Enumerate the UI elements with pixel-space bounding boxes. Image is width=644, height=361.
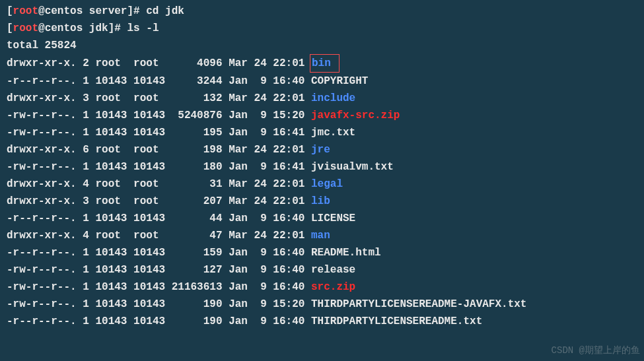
group: 10143: [133, 213, 165, 224]
owner: 10143: [95, 127, 127, 139]
bracket-close: ]#: [108, 22, 127, 34]
group: root: [133, 57, 165, 69]
links: 1: [83, 75, 89, 87]
file-name: include: [311, 92, 355, 104]
group: 10143: [133, 127, 165, 139]
group: root: [133, 144, 165, 156]
day: 9: [254, 161, 267, 173]
owner: root: [95, 92, 127, 104]
month: Jan: [229, 110, 248, 121]
perms: -r--r--r--.: [7, 75, 77, 87]
size: 190: [172, 315, 223, 327]
links: 1: [83, 110, 89, 121]
group: 10143: [133, 315, 165, 327]
file-row: drwxr-xr-x. 4 root root 31 Mar 24 22:01 …: [7, 176, 637, 193]
month: Mar: [229, 92, 248, 104]
size: 180: [172, 161, 223, 173]
at: @: [38, 5, 45, 17]
links: 3: [83, 195, 89, 207]
month: Jan: [229, 247, 248, 259]
size: 4096: [172, 57, 223, 69]
owner: 10143: [95, 75, 127, 87]
size: 44: [172, 213, 223, 224]
terminal-output[interactable]: [root@centos server]# cd jdk[root@centos…: [7, 3, 637, 330]
time: 22:01: [273, 195, 304, 207]
perms: -r--r--r--.: [7, 213, 77, 224]
month: Jan: [229, 298, 248, 310]
month: Jan: [229, 213, 248, 224]
group: root: [133, 92, 165, 104]
month: Mar: [229, 195, 248, 207]
file-row: -rw-r--r--. 1 10143 10143 21163613 Jan 9…: [7, 279, 637, 296]
size: 47: [172, 230, 223, 242]
size: 5240876: [172, 110, 223, 121]
group: 10143: [133, 161, 165, 173]
owner: root: [95, 144, 127, 156]
owner: 10143: [95, 247, 127, 259]
day: 9: [254, 247, 267, 259]
links: 3: [83, 92, 89, 104]
links: 1: [83, 281, 89, 293]
day: 9: [254, 127, 267, 139]
host: centos: [45, 22, 83, 34]
file-row: -r--r--r--. 1 10143 10143 190 Jan 9 16:4…: [7, 313, 637, 330]
day: 9: [254, 298, 267, 310]
file-row: -rw-r--r--. 1 10143 10143 5240876 Jan 9 …: [7, 107, 637, 124]
perms: -rw-r--r--.: [7, 110, 77, 121]
day: 9: [254, 264, 267, 276]
time: 22:01: [273, 178, 304, 190]
perms: drwxr-xr-x.: [7, 144, 77, 156]
day: 24: [254, 57, 267, 69]
owner: 10143: [95, 315, 127, 327]
links: 1: [83, 247, 89, 259]
size: 195: [172, 127, 223, 139]
file-name: javafx-src.zip: [311, 110, 400, 121]
size: 159: [172, 247, 223, 259]
day: 9: [254, 110, 267, 121]
perms: drwxr-xr-x.: [7, 230, 77, 242]
bracket-close: ]#: [127, 5, 146, 17]
watermark: CSDN @期望上岸的鱼: [552, 342, 640, 359]
time: 15:20: [273, 110, 304, 121]
file-row: -r--r--r--. 1 10143 10143 3244 Jan 9 16:…: [7, 73, 637, 90]
time: 16:40: [273, 247, 304, 259]
group: 10143: [133, 75, 165, 87]
time: 22:01: [273, 144, 304, 156]
total-line: total 25824: [7, 37, 637, 54]
file-row: drwxr-xr-x. 2 root root 4096 Mar 24 22:0…: [7, 54, 637, 73]
group: root: [133, 195, 165, 207]
owner: 10143: [95, 110, 127, 121]
prompt-line: [root@centos jdk]# ls -l: [7, 20, 637, 37]
links: 4: [83, 178, 89, 190]
perms: drwxr-xr-x.: [7, 92, 77, 104]
month: Jan: [229, 281, 248, 293]
group: root: [133, 230, 165, 242]
perms: drwxr-xr-x.: [7, 178, 77, 190]
file-name: release: [311, 264, 355, 276]
bracket: [: [7, 5, 13, 17]
size: 132: [172, 92, 223, 104]
group: 10143: [133, 264, 165, 276]
owner: root: [95, 230, 127, 242]
command: cd jdk: [146, 5, 184, 17]
perms: -rw-r--r--.: [7, 127, 77, 139]
group: root: [133, 178, 165, 190]
links: 1: [83, 315, 89, 327]
month: Jan: [229, 161, 248, 173]
day: 24: [254, 195, 267, 207]
perms: -r--r--r--.: [7, 247, 77, 259]
links: 1: [83, 264, 89, 276]
day: 24: [254, 230, 267, 242]
month: Jan: [229, 264, 248, 276]
cwd: jdk: [89, 22, 108, 34]
size: 127: [172, 264, 223, 276]
time: 16:41: [273, 127, 304, 139]
file-name: jre: [311, 144, 330, 156]
size: 31: [172, 178, 223, 190]
file-name: jmc.txt: [311, 127, 355, 139]
file-row: -r--r--r--. 1 10143 10143 44 Jan 9 16:40…: [7, 210, 637, 227]
day: 24: [254, 178, 267, 190]
day: 9: [254, 75, 267, 87]
perms: -rw-r--r--.: [7, 281, 77, 293]
file-name: bin: [312, 57, 331, 69]
